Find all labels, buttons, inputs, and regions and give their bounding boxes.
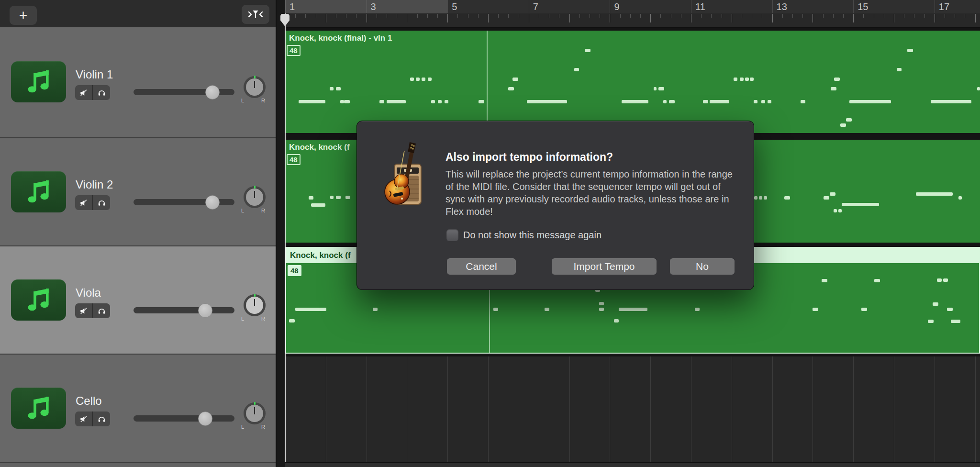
volume-slider[interactable] — [134, 89, 234, 95]
midi-note — [838, 209, 842, 212]
volume-slider[interactable] — [134, 307, 234, 313]
solo-button[interactable] — [92, 303, 110, 318]
midi-note — [831, 87, 836, 90]
lane-bar-gridline — [935, 356, 935, 462]
playhead-line[interactable] — [285, 13, 286, 462]
mute-button[interactable] — [75, 85, 92, 100]
volume-knob[interactable] — [198, 303, 212, 318]
music-note-icon — [24, 67, 53, 96]
track-name: Cello — [76, 394, 102, 408]
midi-note — [874, 279, 880, 282]
ruler-beat-tick — [884, 14, 884, 18]
mute-solo-group — [75, 303, 110, 318]
ruler-beat-tick — [833, 14, 834, 18]
midi-note — [740, 78, 744, 81]
add-track-button[interactable]: + — [10, 6, 37, 25]
ruler-bar-tick — [488, 14, 489, 22]
pan-knob-face — [246, 78, 263, 96]
track-instrument-icon[interactable] — [11, 171, 66, 212]
ruler-beat-tick — [295, 14, 296, 18]
ruler-beat-tick — [427, 14, 428, 18]
midi-note — [933, 302, 938, 306]
do-not-show-label: Do not show this message again — [463, 230, 601, 241]
midi-note — [977, 87, 980, 90]
region-label: Knock, knock (f — [290, 251, 351, 260]
region-label: Knock, knock (final) - vln 1 — [289, 33, 392, 43]
midi-note — [669, 100, 675, 103]
mute-solo-group — [75, 195, 110, 210]
midi-note — [422, 78, 425, 81]
midi-note — [745, 78, 749, 81]
speaker-muted-icon — [79, 88, 89, 98]
ruler-beat-tick — [671, 14, 671, 18]
timeline-ruler[interactable]: 1357911131517 — [285, 0, 980, 27]
track-row-violin-2[interactable]: Violin 2 L R — [0, 137, 276, 246]
pan-knob[interactable] — [244, 402, 266, 424]
track-row-violin-1[interactable]: Violin 1 L R — [0, 27, 276, 137]
ruler-beat-tick — [620, 14, 621, 18]
ruler-bar-number: 11 — [695, 1, 705, 12]
ruler-beat-tick — [397, 14, 397, 18]
ruler-beat-tick — [559, 14, 559, 18]
volume-knob[interactable] — [198, 411, 212, 426]
cancel-button[interactable]: Cancel — [447, 258, 516, 275]
ruler-bar-tick — [691, 14, 691, 22]
pan-knob[interactable] — [244, 186, 266, 208]
lane-bar-gridline — [447, 356, 448, 462]
solo-button[interactable] — [92, 85, 110, 100]
midi-region-violin-1[interactable]: Knock, knock (final) - vln 1 48 — [285, 31, 980, 133]
do-not-show-checkbox[interactable] — [446, 229, 458, 241]
pan-right-label: R — [261, 424, 265, 430]
headphones-icon — [97, 198, 106, 207]
track-filter-button[interactable] — [242, 5, 269, 24]
lane-bar-gridline — [772, 356, 773, 462]
midi-note — [299, 100, 325, 103]
midi-note — [599, 308, 604, 311]
import-tempo-button[interactable]: Import Tempo — [552, 258, 657, 275]
volume-knob[interactable] — [205, 195, 220, 210]
ruler-bar-number: 13 — [777, 1, 787, 12]
mute-button[interactable] — [75, 411, 92, 426]
midi-note — [311, 203, 325, 207]
ruler-beat-tick — [722, 14, 722, 18]
pan-right-label: R — [261, 98, 265, 103]
mute-button[interactable] — [75, 303, 92, 318]
lane-bar-gridline — [407, 356, 407, 462]
mute-button[interactable] — [75, 195, 92, 210]
pan-knob[interactable] — [244, 76, 266, 98]
volume-slider[interactable] — [134, 415, 234, 422]
region-transpose-badge: 48 — [287, 154, 301, 165]
midi-note — [585, 49, 590, 52]
midi-note — [916, 192, 953, 196]
ruler-beat-tick — [600, 14, 600, 18]
track-row-cello[interactable]: Cello L R — [0, 354, 276, 463]
pan-left-label: L — [241, 424, 244, 430]
midi-note — [931, 100, 971, 103]
panel-bottom-strip — [0, 462, 276, 467]
ruler-beat-tick — [823, 14, 824, 18]
midi-note — [824, 196, 829, 200]
midi-note — [545, 308, 549, 311]
track-instrument-icon[interactable] — [11, 388, 66, 429]
pan-knob[interactable] — [244, 294, 266, 316]
track-instrument-icon[interactable] — [11, 61, 66, 102]
solo-button[interactable] — [92, 411, 110, 426]
midi-note — [761, 100, 765, 103]
track-header-panel: + Violin 1 — [0, 0, 277, 467]
midi-note — [512, 78, 518, 81]
track-row-viola[interactable]: Viola L R — [0, 245, 276, 355]
midi-note — [527, 100, 567, 103]
timeline-bottom-strip — [285, 463, 980, 467]
no-button[interactable]: No — [670, 258, 735, 275]
track-instrument-icon[interactable] — [11, 279, 66, 321]
midi-note — [937, 278, 942, 282]
lane-bar-gridline — [488, 356, 489, 462]
lane-bar-gridline — [813, 356, 813, 462]
track-name: Violin 1 — [76, 68, 113, 81]
region-label: Knock, knock (f — [289, 143, 350, 152]
volume-knob[interactable] — [205, 85, 220, 100]
pan-left-label: L — [241, 98, 244, 103]
solo-button[interactable] — [92, 195, 110, 210]
volume-slider[interactable] — [134, 199, 234, 205]
empty-track-lane-cello[interactable] — [285, 356, 980, 463]
